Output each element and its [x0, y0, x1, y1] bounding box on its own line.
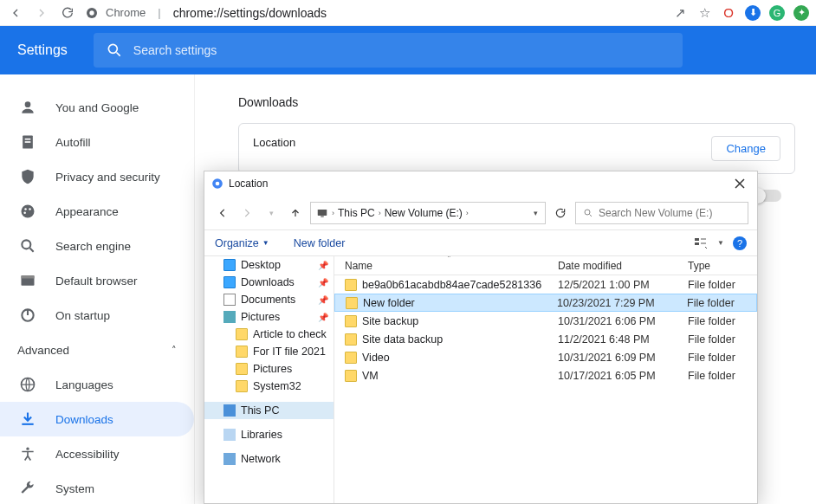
tree-item-label: Documents	[241, 294, 295, 306]
col-name[interactable]: Name	[334, 260, 558, 272]
tree-item-label: Downloads	[241, 276, 295, 288]
chevron-down-icon[interactable]: ▼	[717, 239, 724, 247]
sidebar-item-system[interactable]: System	[0, 471, 194, 504]
tree-item-system32[interactable]: System32	[204, 378, 334, 395]
svg-point-10	[23, 211, 26, 214]
nav-forward-button[interactable]	[237, 204, 256, 223]
svg-point-16	[26, 448, 29, 450]
tree-item-this-pc[interactable]: This PC	[204, 402, 334, 419]
search-settings[interactable]	[94, 33, 683, 68]
file-name: be9a0b61acabdb84ae7cade5281336	[362, 279, 541, 291]
col-type[interactable]: Type	[688, 260, 757, 272]
tree-item-article-to-check[interactable]: Article to check	[204, 326, 334, 343]
opera-ext-icon[interactable]: O	[721, 5, 736, 21]
tree-item-downloads[interactable]: Downloads📌	[204, 274, 334, 291]
folder-icon	[345, 352, 357, 364]
accessibility-icon	[19, 445, 36, 462]
file-row[interactable]: VM10/17/2021 6:05 PMFile folder	[334, 366, 757, 384]
crumb-1[interactable]: New Volume (E:)	[385, 207, 463, 219]
tree-item-label: This PC	[241, 404, 279, 417]
change-button[interactable]: Change	[711, 136, 780, 161]
file-date: 12/5/2021 1:00 PM	[558, 279, 688, 291]
sidebar-item-default-browser[interactable]: Default browser	[0, 263, 194, 298]
file-row[interactable]: Video10/31/2021 6:09 PMFile folder	[334, 348, 757, 366]
file-date: 10/23/2021 7:29 PM	[557, 297, 687, 309]
tree-item-label: Pictures	[253, 363, 292, 375]
sidebar-item-label: Search engine	[55, 240, 131, 253]
back-button[interactable]	[7, 4, 24, 22]
sidebar: You and GoogleAutofillPrivacy and securi…	[0, 74, 195, 504]
file-row[interactable]: Site backup10/31/2021 6:06 PMFile folder	[334, 312, 757, 330]
files-header: ˄ Name Date modified Type	[334, 256, 757, 275]
new-folder-button[interactable]: New folder	[294, 237, 346, 249]
search-icon	[106, 42, 123, 59]
folder-tree: Desktop📌Downloads📌Documents📌Pictures📌Art…	[204, 256, 334, 503]
crumb-0[interactable]: This PC	[338, 207, 375, 219]
dialog-search-input[interactable]	[599, 207, 741, 219]
tree-item-libraries[interactable]: Libraries	[204, 426, 334, 443]
tree-item-documents[interactable]: Documents📌	[204, 291, 334, 308]
forward-button[interactable]	[33, 4, 50, 22]
download-ext-icon[interactable]: ⬇	[745, 5, 761, 21]
folder-icon	[345, 279, 357, 291]
tree-item-for-it-file-2021[interactable]: For IT file 2021	[204, 343, 334, 360]
location-label: Location	[253, 136, 295, 149]
chevron-down-icon[interactable]: ▾	[534, 209, 538, 217]
file-date: 10/31/2021 6:09 PM	[558, 352, 688, 364]
tree-item-pictures[interactable]: Pictures📌	[204, 308, 334, 326]
help-icon[interactable]: ?	[733, 236, 747, 250]
dialog-toolbar: Organize▼ New folder ▼ ?	[204, 230, 757, 256]
tree-item-pictures[interactable]: Pictures	[204, 360, 334, 378]
file-type: File folder	[688, 333, 757, 346]
nav-recent-button[interactable]: ▾	[262, 204, 281, 223]
sidebar-item-search-engine[interactable]: Search engine	[0, 229, 194, 263]
star-icon[interactable]: ☆	[696, 5, 712, 21]
sidebar-item-label: Autofill	[55, 136, 91, 149]
sidebar-item-downloads[interactable]: Downloads	[0, 402, 194, 436]
dialog-titlebar: Location	[204, 171, 757, 196]
col-date[interactable]: Date modified	[558, 260, 688, 272]
file-row[interactable]: be9a0b61acabdb84ae7cade528133612/5/2021 …	[334, 275, 757, 294]
tree-item-network[interactable]: Network	[204, 450, 334, 468]
sidebar-item-on-startup[interactable]: On startup	[0, 298, 194, 333]
grammarly-ext-icon[interactable]: G	[769, 5, 785, 21]
file-type: File folder	[688, 352, 757, 364]
sidebar-item-you-and-google[interactable]: You and Google	[0, 90, 194, 125]
reload-button[interactable]	[59, 4, 76, 22]
search-settings-input[interactable]	[133, 43, 670, 57]
refresh-button[interactable]	[551, 204, 570, 223]
tree-item-label: Article to check	[253, 328, 327, 340]
sidebar-item-languages[interactable]: Languages	[0, 367, 194, 402]
folder-icon	[345, 315, 357, 327]
chrome-small-icon	[211, 178, 223, 190]
shield-icon	[19, 168, 36, 185]
nav-back-button[interactable]	[213, 204, 232, 223]
view-options-button[interactable]	[693, 236, 709, 251]
sidebar-item-autofill[interactable]: Autofill	[0, 125, 194, 159]
file-row[interactable]: New folder10/23/2021 7:29 PMFile folder	[334, 294, 757, 312]
tree-item-label: Desktop	[241, 259, 281, 271]
share-icon[interactable]: ↗	[672, 5, 688, 21]
sidebar-item-label: Appearance	[55, 205, 119, 218]
svg-point-8	[24, 208, 27, 210]
nav-up-button[interactable]	[286, 204, 305, 223]
section-title: Downloads	[238, 95, 795, 109]
palette-icon	[19, 203, 36, 220]
sidebar-advanced-toggle[interactable]: Advanced˄	[0, 333, 194, 367]
file-date: 11/2/2021 6:48 PM	[558, 333, 688, 346]
sidebar-item-label: You and Google	[55, 101, 139, 114]
file-row[interactable]: Site data backup11/2/2021 6:48 PMFile fo…	[334, 330, 757, 348]
file-name: Site data backup	[362, 333, 443, 346]
sidebar-item-accessibility[interactable]: Accessibility	[0, 436, 194, 471]
tree-item-desktop[interactable]: Desktop📌	[204, 256, 334, 274]
omnibox[interactable]: Chrome | chrome://settings/downloads	[85, 6, 664, 20]
sidebar-item-appearance[interactable]: Appearance	[0, 194, 194, 229]
breadcrumb[interactable]: › This PC › New Volume (E:) › ▾	[310, 202, 546, 224]
puzzle-ext-icon[interactable]: ✦	[793, 5, 809, 21]
sidebar-item-privacy-and-security[interactable]: Privacy and security	[0, 159, 194, 194]
organize-button[interactable]: Organize▼	[215, 237, 269, 249]
folder-icon	[345, 370, 357, 382]
dialog-search[interactable]	[575, 202, 748, 224]
close-icon[interactable]	[729, 173, 750, 194]
tree-item-label: System32	[253, 380, 301, 392]
